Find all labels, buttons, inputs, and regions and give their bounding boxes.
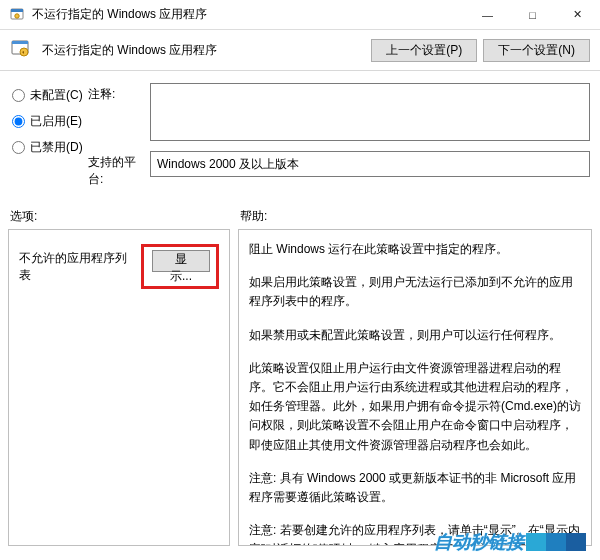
radio-enabled[interactable]: 已启用(E): [10, 109, 88, 133]
radio-disabled-label: 已禁用(D): [30, 139, 83, 156]
section-labels: 选项: 帮助:: [0, 202, 600, 229]
watermark: 自动秒链接: [434, 530, 586, 554]
titlebar: 不运行指定的 Windows 应用程序 — □ ✕: [0, 0, 600, 30]
next-setting-button[interactable]: 下一个设置(N): [483, 39, 590, 62]
radio-not-configured-label: 未配置(C): [30, 87, 83, 104]
svg-point-2: [15, 13, 19, 17]
lower-panes: 不允许的应用程序列表 显示... 阻止 Windows 运行在此策略设置中指定的…: [0, 229, 600, 554]
radio-enabled-label: 已启用(E): [30, 113, 82, 130]
platform-label: 支持的平台:: [88, 151, 150, 188]
platform-box: Windows 2000 及以上版本: [150, 151, 590, 177]
options-label: 选项:: [10, 208, 240, 225]
help-p5: 注意: 具有 Windows 2000 或更新版本证书的非 Microsoft …: [249, 469, 581, 507]
window-title: 不运行指定的 Windows 应用程序: [32, 6, 465, 23]
watermark-text: 自动秒链接: [434, 530, 524, 554]
state-radios: 未配置(C) 已启用(E) 已禁用(D): [10, 83, 88, 198]
help-p2: 如果启用此策略设置，则用户无法运行已添加到不允许的应用程序列表中的程序。: [249, 273, 581, 311]
svg-rect-4: [12, 41, 28, 44]
minimize-button[interactable]: —: [465, 0, 510, 30]
policy-title: 不运行指定的 Windows 应用程序: [42, 42, 365, 59]
previous-setting-button[interactable]: 上一个设置(P): [371, 39, 477, 62]
app-icon: [8, 6, 26, 24]
radio-not-configured-input[interactable]: [12, 89, 25, 102]
config-section: 未配置(C) 已启用(E) 已禁用(D) 注释: 支持的平台: Windows …: [0, 71, 600, 202]
radio-enabled-input[interactable]: [12, 115, 25, 128]
policy-icon: [10, 38, 34, 62]
disallowed-list-label: 不允许的应用程序列表: [19, 250, 135, 284]
radio-disabled-input[interactable]: [12, 141, 25, 154]
comment-textarea[interactable]: [150, 83, 590, 141]
options-pane: 不允许的应用程序列表 显示...: [8, 229, 230, 546]
help-p1: 阻止 Windows 运行在此策略设置中指定的程序。: [249, 240, 581, 259]
policy-header: 不运行指定的 Windows 应用程序 上一个设置(P) 下一个设置(N): [0, 30, 600, 71]
watermark-bars: [526, 533, 586, 551]
show-button-highlight: 显示...: [141, 244, 219, 289]
help-p4: 此策略设置仅阻止用户运行由文件资源管理器进程启动的程序。它不会阻止用户运行由系统…: [249, 359, 581, 455]
svg-rect-1: [11, 9, 23, 12]
maximize-button[interactable]: □: [510, 0, 555, 30]
help-p3: 如果禁用或未配置此策略设置，则用户可以运行任何程序。: [249, 326, 581, 345]
close-button[interactable]: ✕: [555, 0, 600, 30]
show-button[interactable]: 显示...: [152, 250, 210, 272]
comment-label: 注释:: [88, 83, 150, 141]
help-label: 帮助:: [240, 208, 267, 225]
radio-not-configured[interactable]: 未配置(C): [10, 83, 88, 107]
radio-disabled[interactable]: 已禁用(D): [10, 135, 88, 159]
help-pane: 阻止 Windows 运行在此策略设置中指定的程序。 如果启用此策略设置，则用户…: [238, 229, 592, 546]
